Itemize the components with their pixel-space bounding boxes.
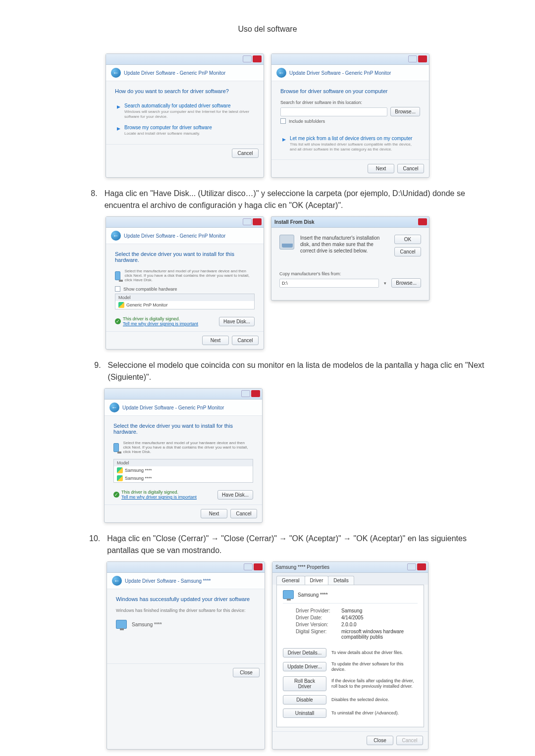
dialog-install-from-disk: Install From Disk Insert the manufacture…: [271, 216, 429, 301]
disk-icon: [279, 235, 294, 250]
have-disk-button[interactable]: Have Disk...: [219, 317, 255, 326]
cancel-button[interactable]: Cancel: [232, 149, 259, 158]
update-driver-button[interactable]: Update Driver...: [283, 662, 326, 671]
minimize-icon: [243, 55, 252, 62]
minimize-icon: [243, 218, 252, 225]
step-8: 8.Haga clic en "Have Disk... (Utilizar d…: [89, 188, 490, 211]
column-header-model: Model: [114, 459, 253, 466]
dialog-message: Insert the manufacturer's installation d…: [300, 235, 388, 254]
driver-details-button[interactable]: Driver Details...: [283, 648, 326, 657]
cancel-button: Cancel: [396, 736, 423, 745]
help-icon[interactable]: [407, 563, 416, 570]
breadcrumb: Update Driver Software - Generic PnP Mon…: [289, 70, 391, 76]
minimize-icon: [244, 563, 253, 570]
copy-from-label: Copy manufacturer's files from:: [279, 271, 421, 276]
dialog-heading: How do you want to search for driver sof…: [115, 88, 255, 94]
back-icon[interactable]: ←: [276, 68, 286, 78]
cancel-button[interactable]: Cancel: [230, 509, 257, 518]
close-icon[interactable]: [253, 218, 262, 225]
browse-button[interactable]: Browse...: [391, 278, 421, 288]
minimize-icon: [408, 55, 417, 62]
dialog-heading: Select the device driver you want to ins…: [113, 423, 253, 435]
show-compatible-label: Show compatible hardware: [123, 287, 177, 292]
step-10: 10.Haga clic en "Close (Cerrar)" → "Clos…: [89, 533, 490, 556]
breadcrumb: Update Driver Software - Generic PnP Mon…: [124, 70, 225, 76]
dialog-select-driver: ←Update Driver Software - Generic PnP Mo…: [106, 216, 264, 350]
models-list: Model Samsung **** Samsung ****: [113, 459, 253, 483]
next-button[interactable]: Next: [201, 509, 227, 518]
close-icon[interactable]: [418, 218, 427, 225]
close-icon[interactable]: [254, 563, 263, 570]
minimize-icon: [241, 390, 250, 397]
copy-from-field[interactable]: D:\: [279, 279, 379, 288]
uninstall-button[interactable]: Uninstall: [283, 708, 326, 718]
figure-row-2: ←Update Driver Software - Generic PnP Mo…: [45, 216, 490, 350]
dropdown-icon[interactable]: ▾: [382, 281, 388, 286]
back-icon[interactable]: ←: [109, 403, 119, 412]
driver-details-desc: To view details about the driver files.: [331, 650, 418, 655]
dialog-subtext: Windows has finished installing the driv…: [116, 608, 256, 613]
dialog-title: Install From Disk: [274, 219, 315, 225]
ok-button[interactable]: OK: [394, 235, 421, 244]
option-pick-from-list[interactable]: ▸Let me pick from a list of device drive…: [280, 133, 420, 154]
back-icon[interactable]: ←: [111, 68, 121, 78]
device-name: Samsung ****: [132, 622, 162, 627]
dialog-title: Samsung **** Properties: [275, 564, 329, 570]
close-icon[interactable]: [418, 55, 427, 62]
device-name: Samsung ****: [298, 592, 328, 598]
next-button[interactable]: Next: [202, 336, 229, 345]
close-button[interactable]: Close: [233, 668, 260, 677]
dialog-search-method: ←Update Driver Software - Generic PnP Mo…: [106, 53, 264, 178]
tab-driver[interactable]: Driver: [305, 576, 329, 585]
show-compatible-checkbox[interactable]: [115, 286, 120, 292]
figure-row-4: ←Update Driver Software - Samsung **** W…: [45, 561, 490, 750]
close-icon[interactable]: [417, 563, 426, 570]
monitor-icon: [116, 620, 127, 629]
dialog-subtext: Select the manufacturer and model of you…: [123, 441, 253, 454]
column-header-model: Model: [115, 294, 254, 301]
include-subfolders-label: Include subfolders: [289, 119, 325, 124]
signing-info-link[interactable]: Tell me why driver signing is important: [123, 321, 198, 326]
close-button[interactable]: Close: [367, 736, 393, 745]
models-list: Model Generic PnP Monitor: [115, 294, 255, 309]
monitor-icon: [115, 271, 120, 280]
browse-button[interactable]: Browse...: [390, 107, 420, 116]
back-icon[interactable]: ←: [111, 231, 121, 241]
cancel-button[interactable]: Cancel: [397, 164, 424, 173]
tab-general[interactable]: General: [276, 576, 305, 585]
next-button[interactable]: Next: [368, 164, 394, 173]
dialog-heading: Browse for driver software on your compu…: [280, 88, 420, 94]
uninstall-desc: To uninstall the driver (Advanced).: [331, 710, 418, 716]
figure-row-1: ←Update Driver Software - Generic PnP Mo…: [45, 53, 490, 178]
list-item[interactable]: Generic PnP Monitor: [115, 301, 254, 309]
cancel-button[interactable]: Cancel: [394, 247, 421, 256]
dialog-update-success: ←Update Driver Software - Samsung **** W…: [107, 561, 265, 750]
update-driver-desc: To update the driver software for this d…: [331, 661, 418, 672]
tab-details[interactable]: Details: [328, 576, 354, 585]
dialog-heading: Windows has successfully updated your dr…: [116, 596, 256, 602]
include-subfolders-checkbox[interactable]: [280, 118, 286, 124]
breadcrumb: Update Driver Software - Samsung ****: [125, 578, 211, 584]
page-title: Uso del software: [45, 25, 490, 34]
option-auto-search[interactable]: ▸Search automatically for updated driver…: [115, 100, 255, 122]
dialog-subtext: Select the manufacturer and model of you…: [124, 269, 255, 282]
search-location-label: Search for driver software in this locat…: [280, 100, 420, 105]
close-icon[interactable]: [253, 55, 262, 62]
signed-driver-note: ✓This driver is digitally signed.Tell me…: [115, 316, 198, 326]
figure-row-3: ←Update Driver Software - Generic PnP Mo…: [104, 388, 490, 523]
signing-info-link[interactable]: Tell me why driver signing is important: [121, 495, 197, 500]
have-disk-button[interactable]: Have Disk...: [217, 490, 253, 500]
dialog-heading: Select the device driver you want to ins…: [115, 251, 255, 263]
list-item[interactable]: Samsung ****: [114, 474, 253, 482]
close-icon[interactable]: [251, 390, 260, 397]
back-icon[interactable]: ←: [112, 576, 122, 586]
list-item[interactable]: Samsung ****: [114, 466, 253, 474]
path-field[interactable]: [280, 107, 387, 116]
disable-button[interactable]: Disable: [283, 695, 326, 705]
cancel-button[interactable]: Cancel: [232, 336, 259, 345]
rollback-driver-button[interactable]: Roll Back Driver: [283, 676, 326, 691]
shield-icon: [118, 302, 124, 308]
shield-icon: [117, 475, 123, 481]
option-browse-computer[interactable]: ▸Browse my computer for driver softwareL…: [115, 122, 255, 139]
monitor-icon: [113, 443, 119, 452]
